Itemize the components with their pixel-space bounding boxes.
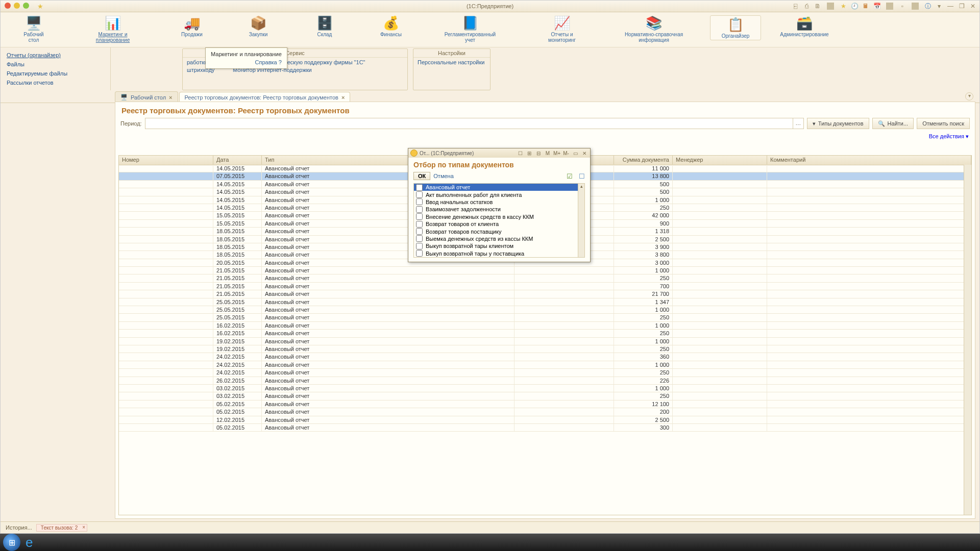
doc-types-button[interactable]: ▾Типы документов <box>807 118 869 129</box>
table-row[interactable]: 26.02.2015Авансовый отчет226 <box>119 377 964 385</box>
win-close-icon[interactable] <box>5 3 11 9</box>
table-row[interactable]: 21.05.2015Авансовый отчет250 <box>119 274 964 282</box>
tb-help-icon[interactable]: ⓘ <box>924 3 932 10</box>
left-nav-link[interactable]: Отчеты (органайзер) <box>1 51 110 60</box>
dlg-max-icon[interactable]: ▭ <box>572 151 579 156</box>
history-button[interactable]: История... <box>6 524 32 531</box>
table-row[interactable]: 03.02.2015Авансовый отчет1 000 <box>119 385 964 392</box>
table-row[interactable]: 21.05.2015Авансовый отчет1 000 <box>119 267 964 274</box>
win-max-icon[interactable] <box>23 3 29 9</box>
check-all-icon[interactable]: ☑ <box>567 172 573 180</box>
left-nav-link[interactable]: Файлы <box>1 60 110 69</box>
table-row[interactable]: 05.02.2015Авансовый отчет300 <box>119 424 964 432</box>
ie-icon[interactable]: e <box>26 535 33 550</box>
tb-min-icon[interactable]: — <box>947 3 954 10</box>
clear-search-button[interactable]: Отменить поиск <box>917 118 970 129</box>
dialog-list-item[interactable]: Внесение денежных средств в кассу ККМ <box>414 213 584 220</box>
item-checkbox[interactable] <box>416 206 423 213</box>
find-button[interactable]: 🔍Найти... <box>872 118 914 129</box>
vertical-scrollbar[interactable] <box>964 165 971 515</box>
item-checkbox[interactable] <box>416 228 423 235</box>
dialog-scrollbar[interactable]: ▴ <box>578 184 584 257</box>
tb-dropdown-icon[interactable]: ▾ <box>936 3 943 10</box>
item-checkbox[interactable] <box>416 235 423 242</box>
table-row[interactable]: 21.05.2015Авансовый отчет21 700 <box>119 290 964 298</box>
dlg-tb-icon[interactable]: ⊟ <box>535 151 542 156</box>
section-5[interactable]: 💰Финансы <box>368 15 414 37</box>
dialog-list-item[interactable]: Авансовый отчет <box>414 184 584 191</box>
section-3[interactable]: 📦Закупки <box>235 15 281 37</box>
dlg-tb-icon[interactable]: ⊞ <box>526 151 533 156</box>
tb-restore-icon[interactable]: ❐ <box>958 3 965 10</box>
dialog-ok-button[interactable]: ОК <box>413 172 430 180</box>
col-date[interactable]: Дата <box>213 156 262 165</box>
table-row[interactable]: 24.02.2015Авансовый отчет360 <box>119 353 964 361</box>
section-8[interactable]: 📚Нормативно-справочнаяинформация <box>618 15 690 43</box>
left-nav-link[interactable]: Редактируемые файлы <box>1 69 110 78</box>
tb-star-icon[interactable]: ★ <box>840 3 847 10</box>
dialog-list-item[interactable]: Выемка денежных средств из кассы ККМ <box>414 235 584 242</box>
tb-close-icon[interactable]: ✕ <box>969 3 976 10</box>
dialog-list-item[interactable]: Выкуп возвратной тары клиентом <box>414 242 584 249</box>
left-nav-link[interactable]: Рассылки отчетов <box>1 78 110 87</box>
tab-close-icon[interactable]: × <box>341 94 345 101</box>
tb-clock-icon[interactable]: 🕘 <box>851 3 858 10</box>
item-checkbox[interactable] <box>416 198 423 205</box>
table-row[interactable]: 19.02.2015Авансовый отчет1 000 <box>119 338 964 345</box>
section-0[interactable]: 🖥️Рабочийстол <box>11 15 57 43</box>
dialog-cancel-link[interactable]: Отмена <box>433 173 453 179</box>
section-2[interactable]: 🚚Продажи <box>169 15 215 37</box>
table-row[interactable]: 16.02.2015Авансовый отчет1 000 <box>119 322 964 330</box>
item-checkbox[interactable] <box>416 184 423 191</box>
section-9[interactable]: 📋Органайзер <box>710 15 761 40</box>
col-comment[interactable]: Комментарий <box>767 156 971 165</box>
section-1[interactable]: 📊Маркетинг ипланирование <box>77 15 149 43</box>
dlg-tb-icon[interactable]: ☐ <box>517 151 524 156</box>
period-input[interactable] <box>145 118 793 129</box>
history-pill[interactable]: Текст вызова: 2× <box>36 524 87 532</box>
tabs-expand-icon[interactable]: ▾ <box>965 92 973 101</box>
tab[interactable]: 🖥️Рабочий стол× <box>115 91 178 103</box>
start-button[interactable]: ⊞ <box>3 534 20 551</box>
table-row[interactable]: 05.02.2015Авансовый отчет12 100 <box>119 400 964 408</box>
item-checkbox[interactable] <box>416 250 423 257</box>
dialog-list-item[interactable]: Ввод начальных остатков <box>414 198 584 206</box>
table-row[interactable]: 21.05.2015Авансовый отчет700 <box>119 283 964 290</box>
section-7[interactable]: 📈Отчеты имониторинг <box>526 15 598 43</box>
section-10[interactable]: 🗃️Администрирование <box>781 15 827 37</box>
tb-calc-icon[interactable]: 🖩 <box>862 3 869 10</box>
period-picker-button[interactable]: … <box>793 118 803 129</box>
close-icon[interactable]: × <box>82 524 85 530</box>
item-checkbox[interactable] <box>416 243 423 249</box>
table-row[interactable]: 24.02.2015Авансовый отчет250 <box>119 369 964 377</box>
tb-print-icon[interactable]: ⎙ <box>803 3 810 10</box>
dlg-close-icon[interactable]: ✕ <box>581 151 588 156</box>
dialog-list-item[interactable]: Акт выполненных работ для клиента <box>414 191 584 198</box>
table-row[interactable]: 19.02.2015Авансовый отчет250 <box>119 345 964 353</box>
dlg-tb-icon[interactable]: M- <box>562 151 570 156</box>
tooltip-help-link[interactable]: Справка ? <box>211 59 282 65</box>
item-checkbox[interactable] <box>416 213 423 220</box>
win-min-icon[interactable] <box>14 3 20 9</box>
tab[interactable]: Реестр торговых документов: Реестр торго… <box>179 92 351 103</box>
section-6[interactable]: 📘Регламентированныйучет <box>434 15 506 43</box>
table-row[interactable]: 25.05.2015Авансовый отчет250 <box>119 314 964 321</box>
col-manager[interactable]: Менеджер <box>673 156 767 165</box>
item-checkbox[interactable] <box>416 221 423 228</box>
tb-blank-icon[interactable]: ▫ <box>899 3 906 10</box>
item-checkbox[interactable] <box>416 191 423 198</box>
settings-link[interactable]: Персональные настройки <box>418 59 486 66</box>
dialog-list-item[interactable]: Возврат товаров поставщику <box>414 228 584 235</box>
dlg-tb-icon[interactable]: M <box>544 151 551 156</box>
tb-nav-icon[interactable]: ⍇ <box>792 3 799 10</box>
tb-cal-icon[interactable]: 📅 <box>873 3 880 10</box>
table-row[interactable]: 16.02.2015Авансовый отчет250 <box>119 330 964 337</box>
section-4[interactable]: 🗄️Склад <box>302 15 348 37</box>
tb-doc-icon[interactable]: 🗎 <box>814 3 821 10</box>
favorite-icon[interactable]: ★ <box>37 3 43 10</box>
dialog-list-item[interactable]: Возврат товаров от клиента <box>414 220 584 228</box>
table-row[interactable]: 25.05.2015Авансовый отчет1 347 <box>119 298 964 306</box>
all-actions-link[interactable]: Все действия ▾ <box>929 133 969 139</box>
table-row[interactable]: 25.05.2015Авансовый отчет1 000 <box>119 306 964 314</box>
dlg-tb-icon[interactable]: M+ <box>553 151 560 156</box>
